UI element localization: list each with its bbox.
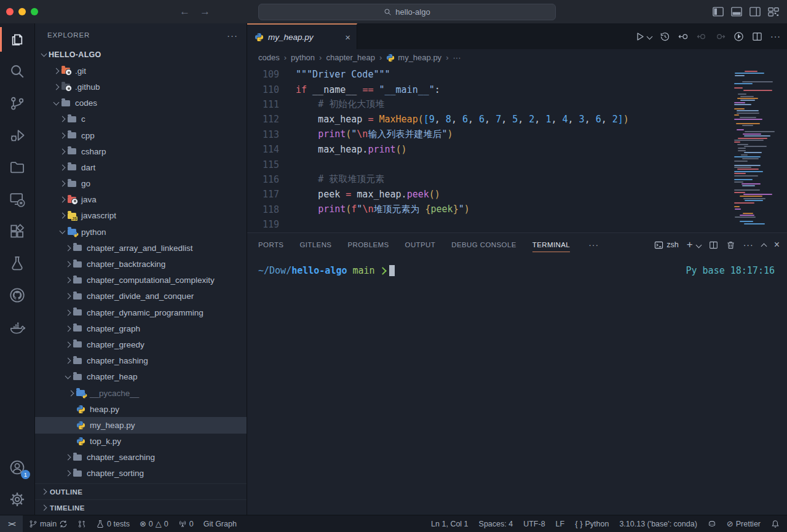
next-change-icon[interactable] xyxy=(715,31,726,42)
activity-extensions-icon[interactable] xyxy=(0,215,34,247)
tree-folder-c[interactable]: c xyxy=(35,111,247,127)
tree-folder-chapter_backtracking[interactable]: chapter_backtracking xyxy=(35,256,247,272)
status-item-error-0-warn-0[interactable]: ⊗0△0 xyxy=(140,520,168,528)
open-changes-icon[interactable] xyxy=(678,31,689,42)
tree-folder-go[interactable]: go xyxy=(35,176,247,192)
run-python-file-icon[interactable] xyxy=(635,31,645,42)
editor-tab-my-heap[interactable]: my_heap.py × xyxy=(247,23,357,49)
toggle-primary-sidebar-icon[interactable] xyxy=(712,6,724,18)
panel-tab-problems[interactable]: PROBLEMS xyxy=(347,233,389,256)
activity-testing-icon[interactable] xyxy=(0,247,34,279)
tree-folder-python[interactable]: python xyxy=(35,224,247,240)
tree-folder-.git[interactable]: .git xyxy=(35,63,247,79)
breadcrumb-item[interactable]: my_heap.py xyxy=(386,53,441,62)
split-terminal-icon[interactable] xyxy=(709,240,718,250)
activity-docker-icon[interactable] xyxy=(0,311,34,343)
code-line-114[interactable]: 114 max_heap.print() xyxy=(247,142,732,157)
tree-folder-chapter_computational_complexity[interactable]: chapter_computational_complexity xyxy=(35,272,247,288)
tree-folder-chapter_divide_and_conquer[interactable]: chapter_divide_and_conquer xyxy=(35,288,247,304)
terminal-more-actions-icon[interactable]: ··· xyxy=(743,240,754,250)
tree-folder-chapter_searching[interactable]: chapter_searching xyxy=(35,450,247,466)
back-button[interactable]: ← xyxy=(180,6,190,18)
close-window-button[interactable] xyxy=(6,8,14,15)
run-dropdown-icon[interactable] xyxy=(647,33,653,39)
minimize-window-button[interactable] xyxy=(18,8,26,15)
status-item-utf-8[interactable]: UTF-8 xyxy=(523,520,545,528)
status-item-bell[interactable] xyxy=(771,520,780,528)
panel-tab-terminal[interactable]: TERMINAL xyxy=(532,233,570,256)
zoom-window-button[interactable] xyxy=(31,8,38,15)
panel-tab-gitlens[interactable]: GITLENS xyxy=(299,233,331,256)
breadcrumb-item[interactable]: codes xyxy=(258,53,280,62)
code-line-109[interactable]: 109"""Driver Code""" xyxy=(247,67,732,82)
panel-tabs-overflow-icon[interactable]: ··· xyxy=(588,240,599,250)
new-terminal-icon[interactable]: + xyxy=(687,239,693,251)
status-item-tower-0[interactable]: 0 xyxy=(178,520,194,528)
breadcrumb-item[interactable]: python xyxy=(291,53,315,62)
tree-folder-.github[interactable]: .github xyxy=(35,79,247,95)
panel-tab-debug-console[interactable]: DEBUG CONSOLE xyxy=(451,233,516,256)
activity-settings-icon[interactable] xyxy=(0,483,34,515)
tree-folder-chapter_heap[interactable]: chapter_heap xyxy=(35,369,247,385)
terminal[interactable]: ~/Dow/hello-algo main Py base 18:17:16 xyxy=(247,256,787,515)
toggle-secondary-sidebar-icon[interactable] xyxy=(749,6,761,18)
activity-source-control-icon[interactable] xyxy=(0,87,34,119)
panel-tab-ports[interactable]: PORTS xyxy=(258,233,283,256)
tree-folder-__pycache__[interactable]: __pycache__ xyxy=(35,385,247,401)
activity-explorer-icon[interactable] xyxy=(0,23,34,55)
tree-file-top_k.py[interactable]: top_k.py xyxy=(35,434,247,450)
activity-github-icon[interactable] xyxy=(0,279,34,311)
tree-folder-chapter_sorting[interactable]: chapter_sorting xyxy=(35,466,247,482)
tree-folder-java[interactable]: java xyxy=(35,192,247,208)
terminal-shell-label[interactable]: zsh xyxy=(654,240,678,250)
file-history-icon[interactable] xyxy=(660,31,670,42)
maximize-panel-icon[interactable] xyxy=(761,243,767,249)
status-item-slash-prettier[interactable]: ⊘Prettier xyxy=(727,520,761,528)
tree-folder-javascript[interactable]: JSjavascript xyxy=(35,208,247,224)
status-item-spaces-4[interactable]: Spaces: 4 xyxy=(479,520,513,528)
code-line-113[interactable]: 113 print("\n输入列表并建堆后") xyxy=(247,127,732,142)
previous-change-icon[interactable] xyxy=(697,31,707,42)
activity-remote-explorer-icon[interactable] xyxy=(0,183,34,215)
status-item-copilot[interactable] xyxy=(708,520,716,528)
timeline-section-header[interactable]: TIMELINE xyxy=(35,499,247,515)
tree-folder-chapter_graph[interactable]: chapter_graph xyxy=(35,320,247,336)
tree-folder-chapter_hashing[interactable]: chapter_hashing xyxy=(35,353,247,369)
code-line-111[interactable]: 111 # 初始化大顶堆 xyxy=(247,97,732,112)
tree-folder-chapter_dynamic_programming[interactable]: chapter_dynamic_programming xyxy=(35,304,247,320)
activity-run-debug-icon[interactable] xyxy=(0,119,34,151)
activity-search-icon[interactable] xyxy=(0,55,34,87)
customize-layout-icon[interactable] xyxy=(767,6,780,18)
status-item-git-graph[interactable]: Git Graph xyxy=(204,520,237,528)
tree-folder-chapter_greedy[interactable]: chapter_greedy xyxy=(35,336,247,352)
code-line-110[interactable]: 110if __name__ == "__main__": xyxy=(247,82,732,97)
breadcrumb-item[interactable]: ··· xyxy=(453,53,461,62)
status-item-braces-python[interactable]: { }Python xyxy=(575,520,609,528)
tree-folder-dart[interactable]: dart xyxy=(35,159,247,175)
editor-more-actions-icon[interactable]: ··· xyxy=(770,31,781,41)
status-item-3-10-13-base-conda-[interactable]: 3.10.13 ('base': conda) xyxy=(619,520,697,528)
tree-file-heap.py[interactable]: heap.py xyxy=(35,401,247,417)
command-center-search[interactable]: hello-algo xyxy=(258,4,556,20)
status-item-branch-main-sync[interactable]: main xyxy=(29,520,68,528)
code-editor[interactable]: 109"""Driver Code"""110if __name__ == "_… xyxy=(247,66,787,232)
code-line-116[interactable]: 116 # 获取堆顶元素 xyxy=(247,172,732,187)
toggle-panel-icon[interactable] xyxy=(730,6,743,18)
terminal-profile-dropdown-icon[interactable] xyxy=(695,242,702,248)
code-line-115[interactable]: 115 xyxy=(247,157,732,172)
status-item-ln-1-col-1[interactable]: Ln 1, Col 1 xyxy=(431,520,468,528)
tree-folder-HELLO-ALGO[interactable]: HELLO-ALGO xyxy=(35,47,247,63)
run-or-debug-icon[interactable] xyxy=(734,31,744,42)
code-line-119[interactable]: 119 xyxy=(247,217,732,232)
close-panel-icon[interactable]: × xyxy=(774,239,780,250)
remote-indicator-button[interactable]: >< xyxy=(0,515,23,532)
status-item-lf[interactable]: LF xyxy=(556,520,565,528)
kill-terminal-icon[interactable] xyxy=(726,240,735,250)
activity-accounts-icon[interactable]: 1 xyxy=(0,451,34,483)
tree-file-my_heap.py[interactable]: my_heap.py xyxy=(35,417,247,433)
tree-folder-csharp[interactable]: csharp xyxy=(35,143,247,159)
status-item-compare[interactable] xyxy=(77,520,86,528)
tree-folder-chapter_array_and_linkedlist[interactable]: chapter_array_and_linkedlist xyxy=(35,240,247,256)
breadcrumb-item[interactable]: chapter_heap xyxy=(326,53,375,62)
activity-file-explorer-icon[interactable] xyxy=(0,151,34,183)
